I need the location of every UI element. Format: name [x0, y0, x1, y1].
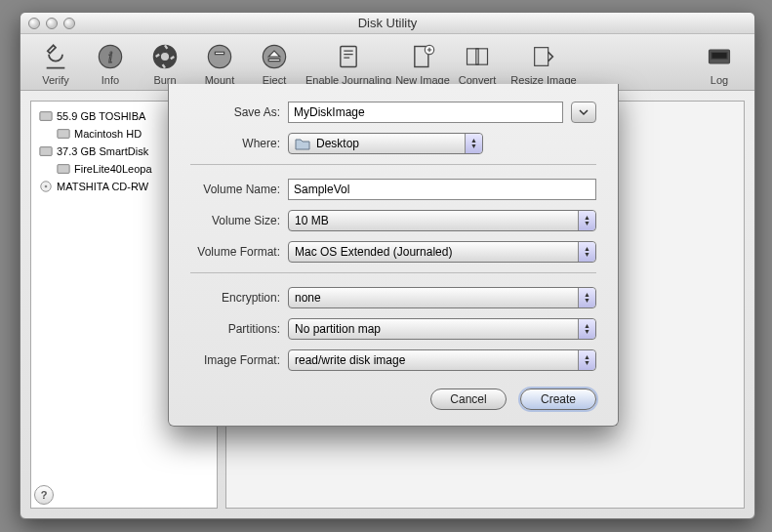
svg-text:i: i: [108, 48, 113, 66]
titlebar: Disk Utility: [20, 13, 754, 34]
svg-point-3: [160, 52, 169, 61]
image-format-popup[interactable]: read/write disk image ▲▼: [288, 349, 596, 371]
volume-size-popup[interactable]: 10 MB ▲▼: [288, 210, 596, 231]
chevron-down-icon: [579, 107, 589, 117]
partitions-popup[interactable]: No partition map ▲▼: [288, 318, 596, 340]
hdd-icon: [57, 162, 70, 176]
hdd-icon: [39, 144, 53, 158]
mount-button[interactable]: Mount: [192, 41, 247, 86]
microscope-icon: [40, 41, 71, 72]
hdd-icon: [57, 127, 70, 141]
svg-rect-12: [535, 48, 549, 66]
hdd-icon: [39, 109, 53, 123]
journal-icon: [333, 41, 364, 72]
popup-arrows-icon: ▲▼: [578, 211, 595, 230]
log-button[interactable]: Log: [692, 41, 747, 86]
svg-rect-17: [40, 147, 52, 156]
create-button[interactable]: Create: [520, 389, 596, 410]
svg-rect-5: [215, 52, 223, 54]
encryption-label: Encryption:: [190, 291, 288, 305]
burn-icon: [149, 41, 181, 72]
window-title: Disk Utility: [20, 16, 754, 30]
toolbar: Verify i Info Burn Mount Eject: [20, 34, 754, 91]
convert-button[interactable]: Convert: [450, 41, 505, 86]
popup-arrows-icon: ▲▼: [578, 319, 595, 339]
eject-icon: [259, 41, 290, 72]
popup-arrows-icon: ▲▼: [578, 288, 595, 307]
folder-icon: [295, 137, 310, 150]
volume-name-input[interactable]: [288, 179, 596, 200]
resize-image-button[interactable]: Resize Image: [505, 41, 583, 86]
burn-button[interactable]: Burn: [138, 41, 192, 86]
svg-rect-7: [341, 47, 356, 67]
svg-rect-18: [58, 165, 69, 174]
partitions-label: Partitions:: [190, 322, 288, 336]
enable-journaling-button[interactable]: Enable Journaling: [302, 41, 395, 86]
svg-point-4: [208, 45, 230, 67]
log-icon: [704, 41, 735, 72]
volume-format-label: Volume Format:: [190, 245, 288, 259]
save-as-input[interactable]: [288, 102, 563, 123]
info-button[interactable]: i Info: [83, 41, 138, 86]
new-image-button[interactable]: New Image: [395, 41, 450, 86]
volume-size-label: Volume Size:: [190, 214, 288, 227]
divider: [190, 272, 596, 273]
eject-button[interactable]: Eject: [247, 41, 302, 86]
volume-name-label: Volume Name:: [190, 183, 288, 196]
svg-rect-15: [40, 112, 52, 121]
verify-button[interactable]: Verify: [28, 41, 83, 86]
help-button[interactable]: ?: [34, 485, 54, 505]
where-popup[interactable]: Desktop ▲▼: [288, 133, 483, 154]
cancel-button[interactable]: Cancel: [430, 389, 507, 410]
new-image-icon: [407, 41, 438, 72]
save-as-label: Save As:: [190, 105, 288, 119]
popup-arrows-icon: ▲▼: [578, 242, 595, 262]
divider: [190, 164, 596, 165]
volume-format-popup[interactable]: Mac OS Extended (Journaled) ▲▼: [288, 241, 596, 263]
convert-icon: [462, 41, 493, 72]
popup-arrows-icon: ▲▼: [578, 350, 595, 370]
image-format-label: Image Format:: [190, 353, 288, 367]
new-image-sheet: Save As: Where: Desktop ▲▼ Volume Name: …: [168, 84, 619, 427]
svg-rect-14: [711, 52, 727, 59]
expand-save-panel-button[interactable]: [571, 102, 596, 123]
mount-icon: [204, 41, 235, 72]
info-icon: i: [95, 41, 126, 72]
svg-point-20: [45, 185, 48, 188]
encryption-popup[interactable]: none ▲▼: [288, 287, 596, 308]
optical-icon: [39, 180, 53, 193]
where-label: Where:: [190, 137, 288, 150]
svg-rect-16: [58, 130, 69, 139]
resize-icon: [528, 41, 559, 72]
popup-arrows-icon: ▲▼: [465, 134, 482, 153]
